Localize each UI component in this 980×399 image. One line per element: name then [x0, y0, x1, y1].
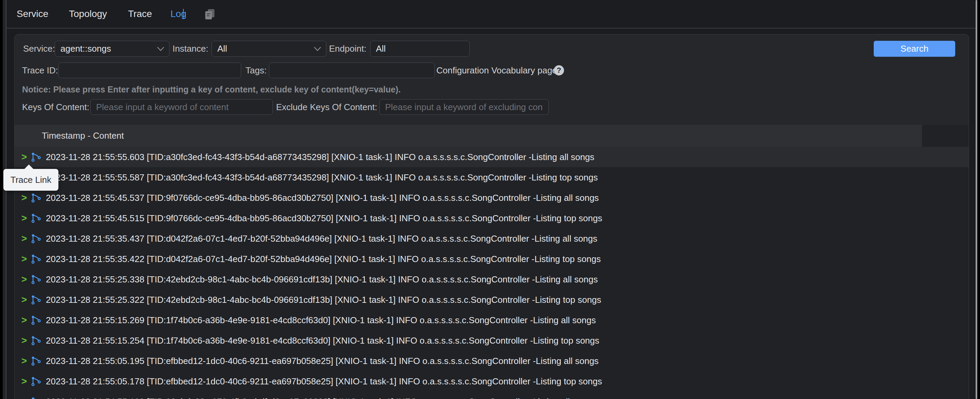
expand-chevron-icon[interactable]: > — [21, 376, 30, 387]
log-row-text: 2023-11-28 21:55:05.195 [TID:efbbed12-1d… — [46, 356, 599, 366]
expand-chevron-icon[interactable]: > — [21, 315, 30, 326]
log-row[interactable]: > 2023-11-28 21:55:15.254 [TID:1f74b0c6-… — [14, 330, 969, 351]
log-row-text: 2023-11-28 21:54:55.109 [TID:98abdc38-c9… — [46, 397, 596, 399]
expand-chevron-icon[interactable]: > — [21, 213, 30, 223]
service-select[interactable]: agent::songs — [55, 41, 169, 57]
log-row-text: 2023-11-28 21:55:25.338 [TID:42ebd2cb-98… — [46, 274, 598, 285]
tab-log[interactable]: Log — [170, 0, 186, 28]
log-row[interactable]: > 2023-11-28 21:55:35.437 [TID:d042f2a6-… — [14, 228, 969, 249]
text-cursor — [183, 9, 184, 19]
exclude-keys-label: Exclude Keys Of Content: — [276, 99, 377, 115]
log-row[interactable]: > 2023-11-28 21:55:05.195 [TID:efbbed12-… — [14, 351, 969, 371]
trace-link-icon[interactable] — [31, 152, 41, 162]
tooltip-text: Trace Link — [11, 175, 51, 185]
table-header: Timestamp - Content — [14, 125, 922, 147]
window-left-edge — [3, 0, 6, 399]
expand-chevron-icon[interactable]: > — [21, 192, 30, 203]
instance-select[interactable]: All — [212, 41, 326, 57]
table-header-label: Timestamp - Content — [42, 125, 124, 147]
notice-text: Notice: Please press Enter after inputti… — [22, 85, 401, 94]
trace-link-icon[interactable] — [31, 376, 41, 386]
trace-link-icon[interactable] — [31, 335, 41, 346]
log-row-text: 2023-11-28 21:55:15.269 [TID:1f74b0c6-a3… — [46, 315, 596, 326]
tab-topology[interactable]: Topology — [69, 0, 107, 28]
log-row[interactable]: > 2023-11-28 21:55:45.537 [TID:9f0766dc-… — [14, 188, 969, 208]
table-header-spacer — [922, 125, 969, 147]
log-row-text: 2023-11-28 21:55:05.178 [TID:efbbed12-1d… — [46, 376, 602, 387]
log-row[interactable]: > 2023-11-28 21:55:25.322 [TID:42ebd2cb-… — [14, 290, 969, 310]
expand-chevron-icon[interactable]: > — [21, 335, 30, 346]
log-row[interactable]: > 2023-11-28 21:55:35.422 [TID:d042f2a6-… — [14, 249, 969, 269]
log-row-text: 2023-11-28 21:55:15.254 [TID:1f74b0c6-a3… — [46, 335, 599, 346]
log-row[interactable]: > 2023-11-28 21:55:25.338 [TID:42ebd2cb-… — [14, 269, 969, 290]
log-row-text: 2023-11-28 21:55:25.322 [TID:42ebd2cb-98… — [46, 295, 601, 305]
log-row[interactable]: > 2023-11-28 21:54:55.109 [TID:98abdc38-… — [14, 391, 969, 399]
tab-log-label: Log — [170, 8, 186, 19]
expand-chevron-icon[interactable]: > — [21, 396, 30, 399]
tags-input[interactable] — [269, 62, 435, 78]
trace-link-icon[interactable] — [31, 397, 41, 399]
log-row-text: 2023-11-28 21:55:35.422 [TID:d042f2a6-07… — [46, 254, 601, 265]
copy-icon[interactable] — [204, 8, 216, 21]
tooltip-caret — [24, 164, 33, 169]
tab-service[interactable]: Service — [17, 0, 48, 28]
instance-select-value: All — [217, 43, 227, 54]
expand-chevron-icon[interactable]: > — [21, 152, 30, 163]
trace-link-icon[interactable] — [31, 254, 41, 264]
log-panel: Service: agent::songs Instance: All Endp… — [14, 34, 969, 399]
trace-id-label: Trace ID: — [22, 62, 58, 78]
keys-of-content-label: Keys Of Content: — [22, 99, 89, 115]
log-row[interactable]: > 2023-11-28 21:55:55.587 [TID:a30fc3ed-… — [14, 167, 969, 188]
log-page: Service Topology Trace Log Service: agen… — [6, 0, 977, 399]
trace-link-icon[interactable] — [31, 213, 41, 223]
expand-chevron-icon[interactable]: > — [21, 294, 30, 305]
log-row-text: 2023-11-28 21:55:45.515 [TID:9f0766dc-ce… — [46, 213, 602, 223]
trace-link-icon[interactable] — [31, 193, 41, 203]
tab-trace[interactable]: Trace — [128, 0, 152, 28]
trace-link-icon[interactable] — [31, 356, 41, 366]
log-row-text: 2023-11-28 21:55:55.587 [TID:a30fc3ed-fc… — [46, 172, 598, 183]
log-row-text: 2023-11-28 21:55:35.437 [TID:d042f2a6-07… — [46, 233, 597, 244]
chevron-down-icon — [314, 46, 321, 51]
endpoint-input[interactable] — [370, 41, 469, 57]
search-button[interactable]: Search — [874, 41, 955, 57]
trace-link-tooltip: Trace Link — [3, 169, 59, 191]
endpoint-label: Endpoint: — [329, 41, 366, 57]
log-row[interactable]: > 2023-11-28 21:55:55.603 [TID:a30fc3ed-… — [14, 147, 969, 167]
exclude-keys-input[interactable] — [379, 99, 549, 115]
trace-id-input[interactable] — [59, 62, 241, 78]
expand-chevron-icon[interactable]: > — [21, 274, 30, 285]
expand-chevron-icon[interactable]: > — [21, 254, 30, 265]
log-row[interactable]: > 2023-11-28 21:55:15.269 [TID:1f74b0c6-… — [14, 310, 969, 330]
log-row[interactable]: > 2023-11-28 21:55:45.515 [TID:9f0766dc-… — [14, 208, 969, 228]
log-row-text: 2023-11-28 21:55:45.537 [TID:9f0766dc-ce… — [46, 193, 599, 203]
tags-label: Tags: — [245, 62, 267, 78]
trace-link-icon[interactable] — [31, 315, 41, 325]
top-nav: Service Topology Trace Log — [6, 0, 977, 29]
trace-link-icon[interactable] — [31, 295, 41, 305]
log-row[interactable]: > 2023-11-28 21:55:05.178 [TID:efbbed12-… — [14, 371, 969, 391]
service-select-value: agent::songs — [60, 43, 111, 54]
service-label: Service: — [23, 41, 55, 57]
expand-chevron-icon[interactable]: > — [21, 233, 30, 244]
log-row-text: 2023-11-28 21:55:55.603 [TID:a30fc3ed-fc… — [46, 152, 594, 163]
vertical-scrollbar[interactable] — [975, 0, 977, 399]
instance-label: Instance: — [172, 41, 208, 57]
trace-link-icon[interactable] — [31, 274, 41, 284]
vocabulary-page-link[interactable]: Configuration Vocabulary page — [436, 62, 557, 78]
question-icon[interactable]: ? — [554, 65, 564, 75]
trace-link-icon[interactable] — [31, 233, 41, 244]
log-list: > 2023-11-28 21:55:55.603 [TID:a30fc3ed-… — [14, 147, 969, 399]
keys-of-content-input[interactable] — [90, 99, 273, 115]
chevron-down-icon — [157, 46, 164, 51]
expand-chevron-icon[interactable]: > — [21, 356, 30, 366]
